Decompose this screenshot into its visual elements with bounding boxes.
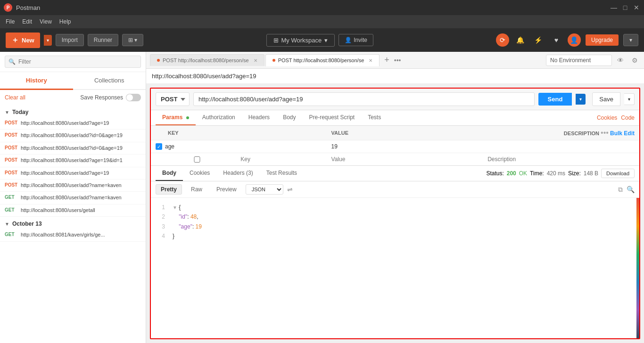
- workspace-button[interactable]: ⊞ My Workspace ▾: [266, 34, 335, 47]
- list-item[interactable]: POST http://localhost:8080/user/add?id=0…: [0, 142, 146, 155]
- runner-button[interactable]: Runner: [88, 34, 118, 46]
- upgrade-dropdown-btn[interactable]: ▾: [623, 34, 638, 46]
- more-tabs-button[interactable]: •••: [394, 57, 401, 64]
- req-tab-headers[interactable]: Headers: [242, 110, 276, 125]
- tab-history[interactable]: History: [0, 72, 73, 90]
- heart-button[interactable]: ♥: [550, 33, 563, 47]
- notifications-button[interactable]: 🔔: [514, 33, 527, 47]
- empty-value-input[interactable]: [331, 156, 479, 163]
- empty-key-input[interactable]: [240, 156, 322, 163]
- list-item[interactable]: POST http://localhost:8080/user/add?age=…: [0, 117, 146, 130]
- clear-all-button[interactable]: Clear all: [5, 94, 25, 101]
- close-btn[interactable]: ✕: [633, 4, 640, 11]
- environment-select[interactable]: No Environment: [546, 55, 612, 66]
- url-text: http://localhost:8080/users/getall: [21, 207, 95, 214]
- sidebar-actions: Clear all Save Responses: [0, 90, 146, 105]
- menu-edit[interactable]: Edit: [22, 18, 32, 25]
- new-dropdown-btn[interactable]: ▾: [44, 35, 52, 46]
- code-line-3: 3 "age": 19: [157, 222, 630, 231]
- tab-1[interactable]: POST http://localhost:8080/person/se ✕: [265, 54, 380, 66]
- list-item[interactable]: GET http://localhost:8081/kaven/girls/ge…: [0, 229, 146, 241]
- response-format-row: Pretty Raw Preview JSON ⇌ ⧉ 🔍: [151, 181, 639, 198]
- format-pretty-btn[interactable]: Pretty: [156, 184, 182, 195]
- req-tab-tests[interactable]: Tests: [361, 110, 388, 125]
- more-button[interactable]: •••: [601, 129, 609, 137]
- method-get: GET: [5, 207, 21, 212]
- minimize-btn[interactable]: —: [610, 4, 618, 11]
- format-select[interactable]: JSON: [246, 184, 283, 195]
- req-tab-authorization[interactable]: Authorization: [196, 110, 242, 125]
- url-input[interactable]: [193, 92, 535, 106]
- req-tab-body[interactable]: Body: [276, 110, 302, 125]
- param-value: 19: [331, 143, 338, 150]
- expand-icon[interactable]: ▼: [173, 205, 177, 210]
- menu-file[interactable]: File: [6, 18, 15, 25]
- list-item[interactable]: POST http://localhost:8080/user/add?age=…: [0, 167, 146, 180]
- param-empty-row: [151, 153, 639, 166]
- method-select[interactable]: POST: [156, 92, 190, 106]
- filter-input[interactable]: [5, 56, 141, 68]
- profile-button[interactable]: 👤: [568, 33, 581, 47]
- save-button[interactable]: Save: [592, 92, 620, 106]
- layout-button[interactable]: ⊞ ▾: [122, 34, 143, 46]
- invite-button[interactable]: 👤 Invite: [339, 34, 373, 46]
- resp-tab-cookies[interactable]: Cookies: [183, 166, 216, 181]
- size-prefix: Size:: [568, 170, 581, 177]
- menu-help[interactable]: Help: [59, 18, 71, 25]
- empty-key-cell: [151, 153, 327, 166]
- tab-collections[interactable]: Collections: [73, 72, 146, 90]
- bulk-edit-button[interactable]: Bulk Edit: [610, 130, 635, 137]
- maximize-btn[interactable]: □: [621, 4, 629, 11]
- code-link[interactable]: Code: [621, 114, 635, 121]
- params-label: Params: [162, 114, 182, 121]
- upgrade-button[interactable]: Upgrade: [586, 34, 619, 46]
- list-item[interactable]: POST http://localhost:8080/user/add?id=0…: [0, 130, 146, 142]
- response-time: 420 ms: [547, 170, 565, 177]
- resp-tab-body[interactable]: Body: [156, 166, 183, 181]
- send-dropdown-btn[interactable]: ▾: [576, 94, 586, 105]
- tab-0[interactable]: POST http://localhost:8080/person/se ✕: [150, 54, 264, 66]
- save-dropdown-btn[interactable]: ▾: [624, 93, 635, 105]
- chevron-down-icon: ▾: [324, 37, 328, 44]
- resp-tab-headers[interactable]: Headers (3): [216, 166, 259, 181]
- empty-desc-input[interactable]: [487, 156, 635, 163]
- toggle-switch[interactable]: [126, 94, 141, 101]
- copy-response-btn[interactable]: ⧉: [618, 186, 623, 194]
- cookies-link[interactable]: Cookies: [597, 114, 617, 121]
- list-item[interactable]: POST http://localhost:8080/user/add?name…: [0, 180, 146, 192]
- env-eye-button[interactable]: 👁: [615, 55, 626, 66]
- app-icon: P: [4, 3, 12, 12]
- value-cell: 19: [327, 140, 483, 153]
- word-wrap-button[interactable]: ⇌: [287, 186, 293, 193]
- empty-checkbox[interactable]: [157, 156, 238, 163]
- add-tab-button[interactable]: +: [380, 55, 393, 65]
- import-button[interactable]: Import: [56, 34, 84, 46]
- alerts-button[interactable]: ⚡: [532, 33, 545, 47]
- req-tab-params[interactable]: Params: [156, 110, 196, 125]
- format-preview-btn[interactable]: Preview: [211, 184, 242, 195]
- send-button[interactable]: Send: [538, 93, 572, 106]
- code-line-4: 4 }: [157, 231, 630, 241]
- tab-close-icon[interactable]: ✕: [254, 58, 257, 63]
- method-get: GET: [5, 194, 21, 200]
- search-response-btn[interactable]: 🔍: [627, 186, 635, 194]
- october-section[interactable]: ▼ October 13: [0, 217, 146, 229]
- invite-label: Invite: [354, 37, 367, 43]
- param-checkbox[interactable]: [156, 143, 162, 150]
- url-text: http://localhost:8081/kaven/girls/ge...: [21, 231, 105, 238]
- format-raw-btn[interactable]: Raw: [186, 184, 207, 195]
- resp-tab-testresults[interactable]: Test Results: [260, 166, 304, 181]
- list-item[interactable]: GET http://localhost:8080/users/getall: [0, 204, 146, 217]
- json-key: "id": [179, 213, 187, 220]
- list-item[interactable]: POST http://localhost:8080/user/add?age=…: [0, 155, 146, 167]
- sync-button[interactable]: ⟳: [496, 33, 509, 47]
- req-tab-prerequest[interactable]: Pre-request Script: [302, 110, 361, 125]
- menu-view[interactable]: View: [40, 18, 52, 25]
- method-post: POST: [5, 170, 21, 175]
- env-settings-button[interactable]: ⚙: [629, 55, 640, 66]
- new-button[interactable]: ＋ New: [6, 33, 40, 48]
- tab-close-icon[interactable]: ✕: [369, 58, 372, 63]
- list-item[interactable]: GET http://localhost:8080/user/add?name=…: [0, 192, 146, 204]
- today-section[interactable]: ▼ Today: [0, 105, 146, 117]
- download-button[interactable]: Download: [601, 169, 635, 178]
